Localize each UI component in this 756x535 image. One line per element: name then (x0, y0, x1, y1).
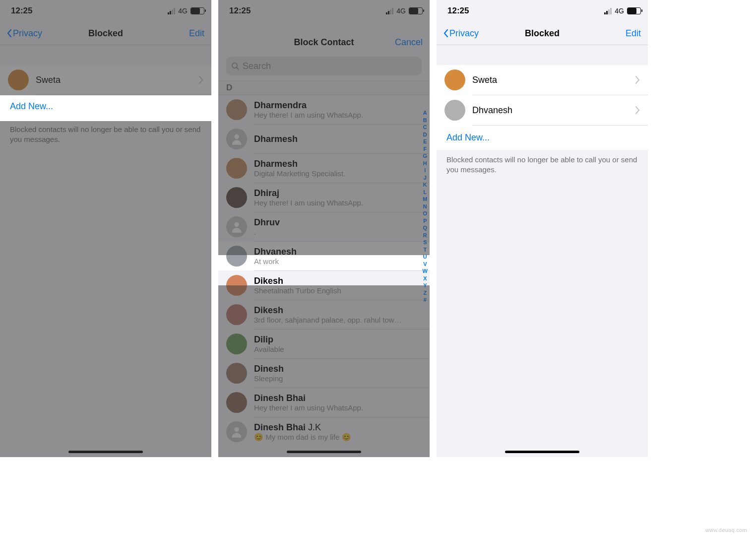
alpha-index-letter[interactable]: J (424, 174, 427, 182)
alpha-index-letter[interactable]: R (423, 232, 427, 239)
search-icon (231, 62, 240, 70)
contact-name: Dhruv (254, 217, 280, 228)
back-label: Privacy (13, 28, 42, 39)
blocked-contact-row[interactable]: Sweta (0, 65, 211, 95)
contact-row[interactable]: DhirajHey there! I am using WhatsApp. (218, 183, 430, 212)
contact-row[interactable]: DilipAvailable (218, 330, 430, 358)
contact-row[interactable]: DineshSleeping (218, 359, 430, 388)
alpha-index-letter[interactable]: S (423, 239, 427, 246)
alpha-index-letter[interactable]: Y (423, 282, 427, 289)
network-label: 4G (178, 7, 188, 15)
chevron-right-icon (635, 106, 640, 114)
search-placeholder: Search (243, 61, 271, 71)
contact-row[interactable]: DharmendraHey there! I am using WhatsApp… (218, 95, 430, 124)
alpha-index-letter[interactable]: F (423, 145, 427, 153)
alpha-index-letter[interactable]: W (423, 268, 428, 275)
alpha-index-letter[interactable]: K (423, 181, 427, 189)
contact-name: Dhiraj (254, 188, 363, 199)
alpha-index-letter[interactable]: # (424, 296, 427, 304)
alpha-index-letter[interactable]: P (423, 217, 427, 225)
contact-status: . (254, 228, 280, 236)
signal-icon (386, 8, 393, 14)
footer-note: Blocked contacts will no longer be able … (0, 120, 211, 150)
contact-row[interactable]: Dharmesh (218, 125, 430, 153)
avatar-icon (226, 129, 247, 149)
contact-row[interactable]: DharmeshDigital Marketing Specialist. (218, 154, 430, 183)
home-indicator (505, 451, 579, 453)
alpha-index-letter[interactable]: H (423, 160, 427, 167)
avatar-icon (226, 363, 247, 384)
alpha-index[interactable]: ABCDEFGHIJKLMNOPQRSTUVWXYZ# (423, 109, 428, 304)
alpha-index-letter[interactable]: V (423, 261, 427, 268)
back-button[interactable]: Privacy (443, 28, 479, 39)
contact-row[interactable]: Dhruv. (218, 212, 430, 241)
contact-row[interactable]: DikeshSheetalnath Turbo English (218, 271, 430, 300)
alpha-index-letter[interactable]: L (423, 189, 427, 196)
contact-status: Digital Marketing Specialist. (254, 169, 345, 178)
add-new-button-highlight[interactable]: Add New... (0, 95, 211, 119)
blocked-contact-row[interactable]: Dhvanesh (437, 95, 648, 125)
alpha-index-letter[interactable]: C (423, 124, 427, 131)
alpha-index-letter[interactable]: T (423, 246, 427, 254)
status-bar: 12:25 4G (218, 0, 430, 22)
contact-name: Dhvanesh (472, 105, 635, 116)
edit-button[interactable]: Edit (189, 28, 204, 39)
status-right: 4G (168, 7, 204, 15)
screen-blocked-dimmed: 12:25 4G Privacy Blocked Edit Sweta Add (0, 0, 211, 457)
network-label: 4G (396, 7, 406, 15)
home-indicator (68, 451, 143, 453)
cancel-button[interactable]: Cancel (395, 37, 423, 48)
status-right: 4G (604, 7, 641, 15)
contact-row[interactable]: Dinesh BhaiHey there! I am using WhatsAp… (218, 388, 430, 417)
screen-block-contact: 12:25 4G Block Contact Cancel Search D D… (218, 0, 430, 457)
contact-name: Dharmendra (254, 100, 363, 111)
alpha-index-letter[interactable]: Q (423, 224, 428, 232)
add-new-button[interactable]: Add New... (437, 126, 648, 150)
contact-status: Available (254, 345, 284, 353)
alpha-index-letter[interactable]: B (423, 117, 427, 124)
contact-row[interactable]: DhvaneshAt work (218, 242, 430, 270)
search-input[interactable]: Search (226, 57, 422, 75)
contact-name: Dilip (254, 334, 284, 345)
edit-button[interactable]: Edit (626, 28, 641, 39)
alpha-index-letter[interactable]: I (424, 167, 426, 174)
alpha-index-letter[interactable]: O (423, 210, 428, 217)
contact-row[interactable]: Dinesh Bhai J.K😊 My mom dad is my life 😊 (218, 417, 430, 446)
alpha-index-letter[interactable]: U (423, 253, 427, 261)
chevron-right-icon (198, 76, 203, 84)
avatar-icon (226, 187, 247, 208)
alpha-index-letter[interactable]: X (423, 275, 427, 282)
status-bar: 12:25 4G (0, 0, 211, 22)
contact-name: Dinesh Bhai (254, 393, 363, 403)
alpha-index-letter[interactable]: A (423, 109, 427, 117)
contact-status: Hey there! I am using WhatsApp. (254, 403, 363, 412)
alpha-index-letter[interactable]: N (423, 203, 427, 210)
nav-bar: Block Contact Cancel (218, 31, 430, 54)
avatar-icon (226, 421, 247, 442)
contact-status: Sleeping (254, 374, 284, 383)
alpha-index-letter[interactable]: D (423, 131, 427, 138)
contact-status: At work (254, 257, 297, 266)
alpha-index-letter[interactable]: E (423, 138, 427, 145)
avatar-icon (226, 99, 247, 120)
chevron-right-icon (635, 76, 640, 84)
contact-name: Dikesh (254, 276, 341, 286)
contact-name: Dinesh Bhai J.K (254, 422, 351, 433)
alpha-index-letter[interactable]: Z (423, 289, 427, 297)
status-time: 12:25 (447, 6, 469, 16)
blocked-contact-row[interactable]: Sweta (437, 65, 648, 95)
back-button[interactable]: Privacy (7, 28, 42, 39)
contact-status: Hey there! I am using WhatsApp. (254, 199, 363, 207)
screen-blocked-updated: 12:25 4G Privacy Blocked Edit Sweta (437, 0, 648, 457)
signal-icon (168, 8, 175, 14)
signal-icon (604, 8, 612, 14)
battery-icon (627, 7, 641, 14)
status-right: 4G (386, 7, 423, 15)
alpha-index-letter[interactable]: G (423, 152, 428, 160)
avatar-icon (444, 100, 465, 121)
back-label: Privacy (449, 28, 479, 39)
contact-row[interactable]: Dikesh3rd floor, sahjanand palace, opp. … (218, 300, 430, 329)
nav-bar: Privacy Blocked Edit (437, 22, 648, 45)
status-time: 12:25 (229, 6, 251, 16)
alpha-index-letter[interactable]: M (423, 196, 427, 203)
